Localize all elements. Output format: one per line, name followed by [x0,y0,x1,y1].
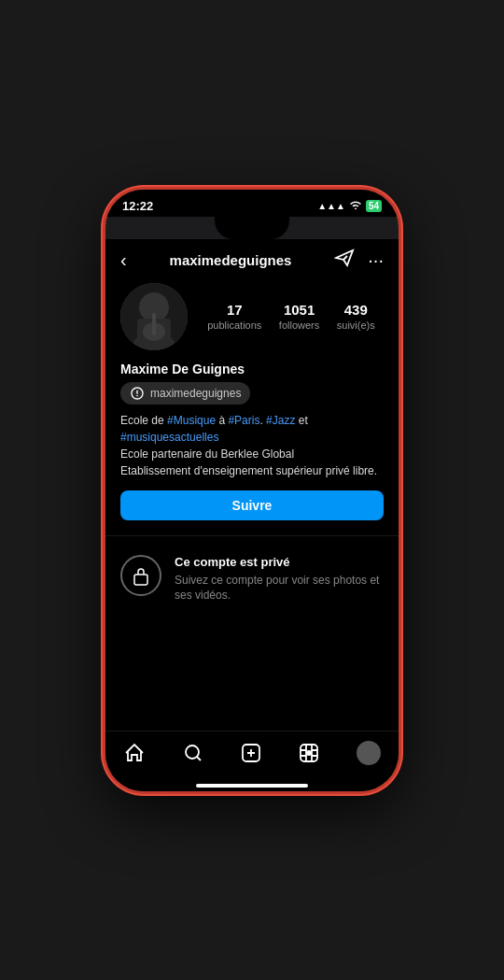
svg-point-10 [306,750,312,756]
status-icons: ▲▲▲ 54 [317,200,382,212]
svg-point-7 [186,746,199,759]
send-icon[interactable] [334,249,355,272]
hashtag-jazz[interactable]: #Jazz [266,414,295,427]
bottom-nav [105,731,399,778]
back-button[interactable]: ‹ [120,249,127,271]
status-time: 12:22 [122,199,153,213]
top-nav: ‹ maximedeguignes ··· [105,239,399,279]
follow-button[interactable]: Suivre [120,490,384,520]
lock-icon-circle [120,555,161,596]
publications-label: publications [207,320,261,331]
home-icon [123,742,146,764]
profile-name: Maxime De Guignes [120,362,384,376]
screen-content: ‹ maximedeguignes ··· [105,239,399,731]
stat-following[interactable]: 439 suivi(e)s [337,302,375,331]
hashtag-paris[interactable]: #Paris [228,414,259,427]
dynamic-island [215,215,289,239]
content-area [105,622,399,697]
stat-followers[interactable]: 1051 followers [279,302,319,331]
lock-icon [132,565,150,586]
hashtag-musique[interactable]: #Musique [167,414,216,427]
status-bar: 12:22 ▲▲▲ 54 [105,190,399,217]
more-options-icon[interactable]: ··· [368,249,384,271]
followers-label: followers [279,320,319,331]
home-indicator-bar [105,778,399,791]
wifi-icon [349,200,362,211]
tab-search[interactable] [182,742,204,764]
private-account-description: Suivez ce compte pour voir ses photos et… [175,573,384,604]
add-icon [240,742,262,764]
battery-indicator: 54 [366,200,382,212]
private-account-title: Ce compte est privé [175,555,384,569]
tab-profile[interactable] [357,741,381,765]
following-label: suivi(e)s [337,320,375,331]
bio-line2: Ecole partenaire du Berklee Global [120,447,294,461]
hashtag-musiquesactuelles[interactable]: #musiquesactuelles [120,431,218,444]
nav-actions: ··· [334,249,384,272]
profile-thumbnail [357,741,381,765]
private-text: Ce compte est privé Suivez ce compte pou… [175,555,384,604]
stat-publications[interactable]: 17 publications [207,302,261,331]
bio-line1-mid: à [216,414,228,427]
threads-badge[interactable]: maximedeguignes [120,382,250,405]
bio-line1-end: et [295,414,307,427]
svg-rect-5 [152,313,156,335]
tab-add[interactable] [240,742,262,764]
nav-username: maximedeguignes [170,252,292,268]
search-icon [182,742,204,764]
private-account-notice: Ce compte est privé Suivez ce compte pou… [105,535,399,623]
followers-count: 1051 [284,302,315,318]
bio-line3: Etablissement d'enseignement supérieur p… [120,464,377,477]
threads-handle: maximedeguignes [150,387,241,400]
avatar[interactable] [120,283,188,350]
stats-row: 17 publications 1051 followers 439 suivi… [199,302,384,331]
home-indicator [196,784,308,788]
avatar-image [120,283,188,350]
svg-rect-6 [134,575,147,585]
phone-frame: 12:22 ▲▲▲ 54 ‹ maximedeguignes [103,187,401,794]
following-count: 439 [344,302,368,318]
bio-text: Ecole de #Musique à #Paris. #Jazz et #mu… [120,412,384,479]
threads-icon [130,386,145,401]
profile-section: 17 publications 1051 followers 439 suivi… [105,279,399,532]
reels-icon [298,742,320,764]
publications-count: 17 [227,302,243,318]
profile-header: 17 publications 1051 followers 439 suivi… [120,283,384,350]
tab-home[interactable] [123,742,146,764]
bio-line1-pre: Ecole de [120,414,167,427]
signal-icon: ▲▲▲ [317,201,345,211]
tab-reels[interactable] [298,742,320,764]
